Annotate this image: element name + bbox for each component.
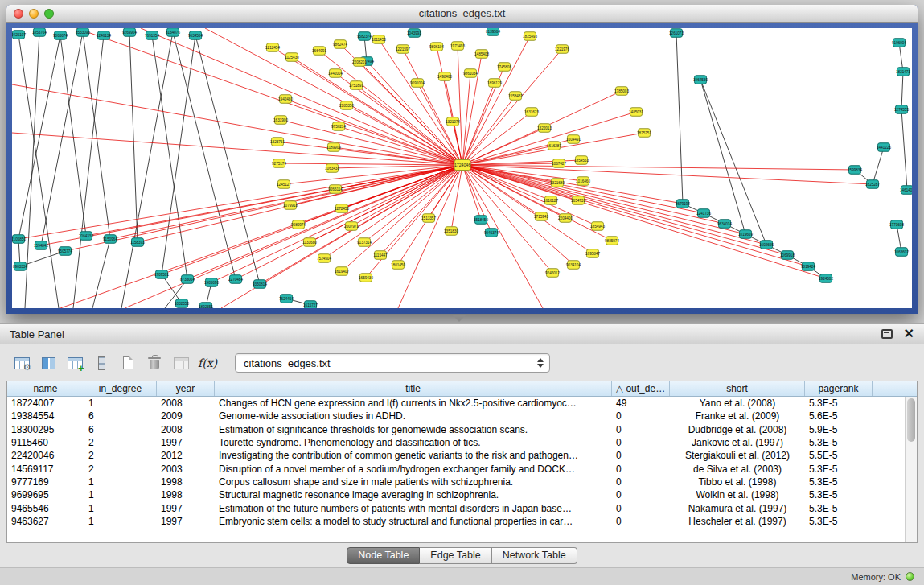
network-node-teal[interactable]: 1599834 [848, 166, 862, 175]
network-node-yellow[interactable]: 1619407 [335, 267, 349, 276]
network-edge[interactable] [121, 32, 173, 308]
column-header-short[interactable]: short [670, 381, 805, 396]
network-node-teal[interactable]: 9634504 [188, 31, 203, 40]
network-node-teal[interactable]: 1246134 [97, 31, 111, 40]
network-node-yellow[interactable]: 1513357 [421, 214, 436, 223]
network-node-teal[interactable]: 9196004 [892, 39, 906, 47]
network-node-yellow[interactable]: 1079918 [283, 201, 298, 210]
network-edge[interactable] [462, 165, 612, 241]
table-row[interactable]: 969969511998Structural magnetic resonanc… [7, 488, 905, 501]
network-node-yellow[interactable]: 1558432 [508, 92, 523, 101]
network-edge[interactable] [92, 239, 110, 308]
network-node-yellow[interactable]: 1724046 [454, 160, 470, 171]
network-node-yellow[interactable]: 1212454 [265, 43, 280, 52]
network-edge[interactable] [12, 133, 462, 165]
scrollbar-thumb[interactable] [907, 398, 915, 442]
network-node-teal[interactable]: 1441225 [877, 143, 891, 152]
network-node-teal[interactable]: 1892351 [199, 303, 213, 308]
network-node-yellow[interactable]: 9756214 [331, 122, 346, 131]
network-node-yellow[interactable]: 2208201 [352, 58, 367, 67]
table-row[interactable]: 946554611997Estimation of the future num… [7, 501, 905, 514]
network-node-yellow[interactable]: 9885974 [605, 237, 619, 245]
split-pane-handle[interactable] [453, 315, 466, 322]
network-node-yellow[interactable]: 1321074 [446, 117, 460, 126]
network-edge[interactable] [279, 163, 462, 165]
table-row[interactable]: 1872400712008Changes of HCN gene express… [7, 397, 905, 410]
network-edge[interactable] [451, 165, 462, 231]
network-edge[interactable] [162, 35, 195, 274]
table-row[interactable]: 2242004622012Investigating the contribut… [7, 449, 905, 462]
network-node-yellow[interactable]: 2185350 [339, 101, 354, 110]
network-edge[interactable] [332, 165, 462, 168]
network-node-teal[interactable]: 7691354 [145, 31, 159, 40]
window-titlebar[interactable]: citations_edges.txt [6, 5, 918, 23]
network-edge[interactable] [462, 112, 636, 165]
network-node-teal[interactable]: 2425107 [12, 31, 26, 39]
network-node-yellow[interactable]: 1125430 [285, 53, 299, 62]
memory-status-indicator[interactable] [906, 572, 914, 581]
float-panel-icon[interactable] [881, 329, 893, 339]
new-table-icon[interactable] [116, 352, 140, 374]
network-node-teal[interactable]: 1615727 [303, 301, 318, 308]
network-node-yellow[interactable]: 1115447 [373, 251, 388, 260]
network-edge[interactable] [462, 73, 470, 165]
network-node-yellow[interactable]: 1272450 [335, 204, 349, 213]
network-node-teal[interactable]: 1032550 [175, 299, 189, 308]
network-node-teal[interactable]: 1821473 [896, 68, 910, 76]
network-node-yellow[interactable]: 1485408 [474, 50, 489, 59]
network-node-yellow[interactable]: 1654731 [571, 196, 585, 205]
network-node-yellow[interactable]: 1323761 [270, 138, 285, 146]
new-column-icon[interactable] [63, 352, 87, 374]
table-mode-icon[interactable] [10, 352, 34, 374]
network-edge[interactable] [152, 35, 187, 279]
import-table-icon[interactable] [169, 352, 193, 374]
network-node-teal[interactable]: 8533093 [76, 28, 90, 36]
network-node-yellow[interactable]: 9245012 [545, 269, 560, 278]
network-node-teal[interactable]: 1158393 [130, 238, 145, 247]
table-row[interactable]: 1456911722003Disruption of a novel membe… [7, 462, 905, 475]
network-edge[interactable] [462, 36, 530, 165]
select-rows-icon[interactable] [89, 352, 113, 374]
network-node-teal[interactable]: 1518450 [474, 216, 488, 225]
network-node-yellow[interactable]: 1221597 [396, 45, 410, 54]
network-node-yellow[interactable]: 9862474 [333, 40, 347, 49]
tab-node-table[interactable]: Node Table [347, 547, 420, 564]
network-node-teal[interactable]: 1043993 [407, 29, 421, 38]
network-node-yellow[interactable]: 1659430 [359, 274, 373, 282]
network-edge[interactable] [342, 165, 462, 271]
network-node-yellow[interactable]: 1896129 [487, 79, 502, 88]
network-node-teal[interactable]: 1261073 [669, 29, 684, 38]
network-node-yellow[interactable]: 1604491 [566, 135, 581, 144]
network-node-yellow[interactable]: 2007971 [344, 222, 359, 231]
network-edge[interactable] [403, 49, 462, 165]
network-node-yellow[interactable]: 1631623 [524, 108, 539, 117]
network-node-yellow[interactable]: 9861034 [463, 69, 478, 78]
network-node-yellow[interactable]: 1016460 [576, 177, 590, 186]
network-node-teal[interactable]: 1594842 [34, 241, 48, 250]
network-node-teal[interactable]: 2270484 [228, 275, 243, 284]
network-node-teal[interactable]: 2105850 [12, 235, 26, 244]
network-node-yellow[interactable]: 1695847 [585, 249, 600, 258]
network-node-teal[interactable]: 9505774 [58, 247, 72, 256]
column-header-year[interactable]: year [157, 381, 215, 396]
network-edge[interactable] [129, 32, 138, 242]
network-node-teal[interactable]: 1241736 [696, 209, 711, 218]
network-node-yellow[interactable]: 9275174 [272, 159, 286, 168]
network-node-teal[interactable]: 1461405 [900, 186, 912, 195]
network-node-yellow[interactable]: 1854563 [574, 156, 589, 165]
network-node-yellow[interactable]: 1875751 [637, 129, 651, 138]
network-edge[interactable] [41, 165, 462, 245]
network-edge[interactable] [901, 109, 907, 190]
network-node-yellow[interactable]: 1351830 [444, 227, 458, 236]
network-node-yellow[interactable]: 1322013 [537, 124, 552, 133]
network-node-yellow[interactable]: 9266114 [328, 185, 343, 194]
network-edge[interactable] [125, 165, 462, 308]
column-header-in_degree[interactable]: in_degree [84, 381, 157, 396]
network-edge[interactable] [462, 165, 826, 278]
network-node-teal[interactable]: 1964530 [693, 76, 708, 84]
table-row[interactable]: 1938455462009Genome-wide association stu… [7, 410, 905, 422]
network-node-teal[interactable]: 1771608 [889, 220, 904, 229]
network-edge[interactable] [12, 84, 462, 165]
network-node-yellow[interactable]: 1011453 [372, 35, 386, 44]
network-node-teal[interactable]: 9150964 [103, 235, 117, 244]
